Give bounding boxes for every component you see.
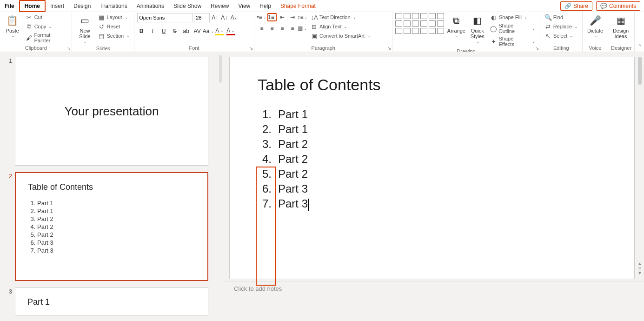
collapse-ribbon[interactable]: ⌃ (635, 12, 644, 52)
shape-effects-button[interactable]: ✦Shape Effects⌄ (489, 35, 537, 47)
dictate-button[interactable]: 🎤Dictate⌄ (585, 13, 605, 39)
group-label-font: Font (137, 44, 251, 52)
thumbnail-slide-1[interactable]: Your presentation (15, 57, 208, 166)
new-slide-button[interactable]: ▭ New Slide⌄ (75, 13, 94, 45)
shape-fill-button[interactable]: ◐Shape Fill⌄ (489, 13, 537, 21)
toc-text[interactable]: Part 3 (276, 197, 309, 211)
toc-num: 3. (258, 138, 276, 151)
group-font: A↑ A↓ Aₓ B I U S̶ ab AV Aa⌄ A⌄ A⌄ Font ↘ (134, 12, 254, 52)
tab-design[interactable]: Design (69, 1, 95, 11)
thumbnail-slide-3[interactable]: Part 1 (15, 288, 208, 315)
comments-button[interactable]: 💬Comments (596, 1, 640, 11)
vertical-scrollbar[interactable]: ▲≡▼ (637, 57, 643, 275)
ribbon: 📋 Paste⌄ ✂Cut ⧉Copy⌄ 🖌Format Painter Cli… (0, 12, 644, 52)
toc-text[interactable]: Part 2 (276, 138, 308, 151)
replace-button[interactable]: ⇄Replace⌄ (543, 22, 579, 31)
toc-text[interactable]: Part 2 (276, 167, 308, 181)
font-size-input[interactable] (194, 13, 210, 22)
decrease-font-button[interactable]: A↓ (220, 13, 228, 22)
align-text-button[interactable]: ⊟Align Text⌄ (309, 22, 372, 31)
toc-text[interactable]: Part 2 (276, 153, 308, 166)
mic-icon: 🎤 (589, 14, 602, 27)
new-slide-icon: ▭ (78, 14, 91, 27)
thumbnail-slide-2[interactable]: Table of Contents Part 1 Part 1 Part 2 P… (15, 172, 208, 281)
find-button[interactable]: 🔍Find (543, 13, 579, 21)
justify-button[interactable]: ≡ (288, 24, 297, 33)
bold-button[interactable]: B (137, 27, 146, 35)
dialog-launcher-drawing[interactable]: ↘ (535, 46, 539, 51)
group-editing: 🔍Find ⇄Replace⌄ ↖Select⌄ Editing (540, 12, 583, 52)
spacing-button[interactable]: AV (193, 27, 201, 35)
group-drawing: ⧉Arrange⌄ ◧Quick Styles⌄ ◐Shape Fill⌄ ◯S… (392, 12, 540, 52)
design-ideas-button[interactable]: ▦Design Ideas (611, 13, 631, 40)
tab-help[interactable]: Help (255, 1, 276, 11)
toc-text[interactable]: Part 1 (276, 108, 308, 121)
group-paragraph: •≡⌄ 1≡ ⇤ ⇥ ↕≡⌄ ≡ ≡ ≡ ≡ ▥⌄ ↕AText Directi… (254, 12, 392, 52)
group-label-paragraph: Paragraph (257, 44, 389, 52)
toc-list[interactable]: 1.Part 1 2.Part 1 3.Part 2 4.Part 2 5.Pa… (258, 108, 606, 211)
underline-button[interactable]: U (159, 27, 168, 35)
share-button[interactable]: 🔗Share (560, 1, 592, 11)
italic-button[interactable]: I (148, 27, 157, 35)
arrange-icon: ⧉ (450, 14, 463, 27)
change-case-button[interactable]: Aa⌄ (204, 27, 212, 35)
reset-button[interactable]: ↺Reset (96, 22, 131, 31)
align-center-button[interactable]: ≡ (267, 24, 277, 33)
paste-button[interactable]: 📋 Paste⌄ (3, 13, 22, 39)
shadow-button[interactable]: ab (182, 27, 190, 35)
line-spacing-button[interactable]: ↕≡⌄ (298, 13, 307, 21)
increase-indent-button[interactable]: ⇥ (288, 13, 297, 21)
section-button[interactable]: ▤Section⌄ (96, 32, 131, 40)
convert-smartart-button[interactable]: ▣Convert to SmartArt⌄ (309, 32, 372, 40)
notes-pane[interactable]: Click to add notes (225, 281, 644, 296)
tab-review[interactable]: Review (206, 1, 233, 11)
increase-font-button[interactable]: A↑ (211, 13, 219, 22)
arrange-button[interactable]: ⧉Arrange⌄ (446, 13, 466, 39)
tab-transitions[interactable]: Transitions (95, 1, 132, 11)
font-name-input[interactable] (137, 13, 193, 22)
layout-button[interactable]: ▦Layout⌄ (96, 13, 131, 21)
align-left-button[interactable]: ≡ (257, 24, 266, 33)
toc-text[interactable]: Part 3 (276, 182, 308, 195)
thumbnail-panel[interactable]: 1 Your presentation 2 Table of Contents … (0, 52, 216, 321)
splitter[interactable] (216, 52, 225, 321)
text-direction-button[interactable]: ↕AText Direction⌄ (309, 13, 372, 21)
toc-text[interactable]: Part 1 (276, 123, 308, 136)
tab-insert[interactable]: Insert (46, 1, 69, 11)
tab-animations[interactable]: Animations (132, 1, 169, 11)
dialog-launcher-clipboard[interactable]: ↘ (67, 46, 71, 51)
numbering-button[interactable]: 1≡ (267, 13, 277, 21)
slide-title[interactable]: Table of Contents (258, 76, 606, 94)
strike-button[interactable]: S̶ (171, 27, 179, 35)
group-designer: ▦Design Ideas Designer (608, 12, 635, 52)
tab-view[interactable]: View (233, 1, 255, 11)
smartart-icon: ▣ (311, 32, 318, 40)
clear-formatting-button[interactable]: Aₓ (229, 13, 238, 22)
copy-button[interactable]: ⧉Copy⌄ (24, 22, 69, 31)
font-color-button[interactable]: A⌄ (226, 27, 235, 35)
section-icon: ▤ (98, 32, 105, 40)
bullets-button[interactable]: •≡⌄ (257, 13, 266, 21)
tab-file[interactable]: File (0, 1, 19, 11)
format-painter-button[interactable]: 🖌Format Painter (24, 32, 69, 44)
text-cursor (308, 199, 309, 211)
decrease-indent-button[interactable]: ⇤ (278, 13, 287, 21)
tab-home[interactable]: Home (19, 0, 46, 12)
cut-button[interactable]: ✂Cut (24, 13, 69, 21)
dialog-launcher-paragraph[interactable]: ↘ (387, 46, 391, 51)
outline-icon: ◯ (490, 25, 497, 32)
select-button[interactable]: ↖Select⌄ (543, 32, 579, 40)
tab-slideshow[interactable]: Slide Show (169, 1, 206, 11)
shapes-gallery[interactable] (395, 13, 445, 34)
columns-button[interactable]: ▥⌄ (298, 24, 307, 33)
slide-canvas[interactable]: Table of Contents 1.Part 1 2.Part 1 3.Pa… (229, 57, 635, 279)
tab-shape-format[interactable]: Shape Format (276, 1, 320, 11)
shape-outline-button[interactable]: ◯Shape Outline⌄ (489, 22, 537, 34)
align-text-icon: ⊟ (311, 23, 318, 30)
dialog-launcher-font[interactable]: ↘ (249, 46, 253, 51)
align-right-button[interactable]: ≡ (278, 24, 287, 33)
find-icon: 🔍 (544, 13, 552, 21)
quick-styles-button[interactable]: ◧Quick Styles⌄ (468, 13, 487, 45)
group-label-designer: Designer (611, 44, 631, 52)
highlight-button[interactable]: A⌄ (215, 27, 224, 35)
